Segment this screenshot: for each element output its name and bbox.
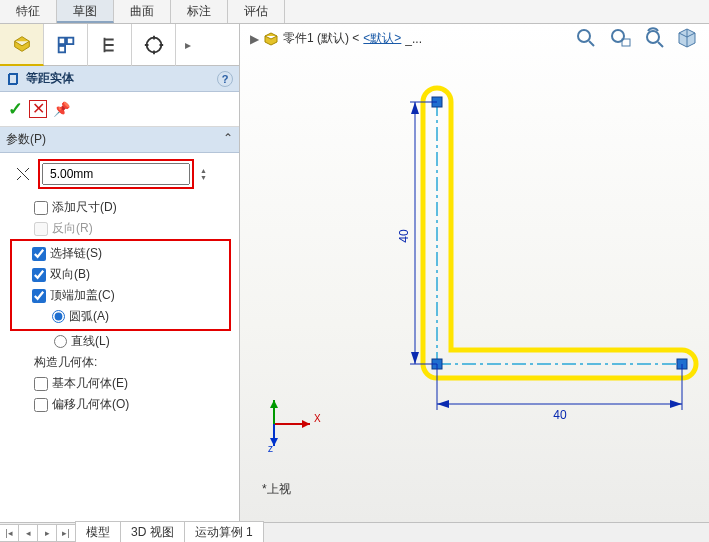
base-geom-row[interactable]: 基本几何体(E): [14, 373, 231, 394]
svg-marker-23: [270, 400, 278, 408]
svg-text:40: 40: [397, 229, 411, 243]
svg-marker-11: [411, 102, 419, 114]
pm-title-text: 等距实体: [26, 70, 74, 87]
bottom-tab-bar: |◂ ◂ ▸ ▸| 模型 3D 视图 运动算例 1: [0, 522, 709, 542]
svg-text:40: 40: [553, 408, 567, 422]
svg-rect-2: [58, 45, 64, 51]
svg-rect-1: [66, 37, 72, 43]
bidir-row[interactable]: 双向(B): [16, 264, 227, 285]
bidir-checkbox[interactable]: [32, 268, 46, 282]
pm-action-row: ✓ ✕ 📌: [0, 92, 239, 127]
svg-text:X: X: [314, 413, 321, 424]
ok-button[interactable]: ✓: [8, 98, 23, 120]
pm-tab-feature-tree[interactable]: [0, 24, 44, 66]
svg-marker-21: [302, 420, 310, 428]
pin-button[interactable]: 📌: [53, 101, 70, 117]
tab-annotate[interactable]: 标注: [171, 0, 228, 23]
highlight-options-group: 选择链(S) 双向(B) 顶端加盖(C) 圆弧(A): [10, 239, 231, 331]
horiz-dimension[interactable]: 40: [437, 364, 682, 422]
svg-marker-17: [437, 400, 449, 408]
svg-marker-18: [670, 400, 682, 408]
tab-nav-last[interactable]: ▸|: [56, 524, 76, 542]
svg-text:z: z: [268, 443, 273, 454]
property-icon: [55, 34, 77, 56]
graphics-area[interactable]: ▶ 零件1 (默认) < <默认> _...: [240, 24, 709, 522]
cap-ends-row[interactable]: 顶端加盖(C): [16, 285, 227, 306]
tab-evaluate[interactable]: 评估: [228, 0, 285, 23]
line-radio[interactable]: [54, 335, 67, 348]
vert-dimension[interactable]: 40: [397, 102, 437, 364]
spinner-icon[interactable]: ▲▼: [200, 167, 207, 181]
tab-surface[interactable]: 曲面: [114, 0, 171, 23]
params-header[interactable]: 参数(P) ⌃: [0, 127, 239, 153]
chevron-right-icon: ▸: [185, 38, 191, 52]
add-dimension-checkbox[interactable]: [34, 201, 48, 215]
bottom-tab-3dview[interactable]: 3D 视图: [120, 521, 185, 542]
add-dimension-label: 添加尺寸(D): [52, 199, 117, 216]
pm-tab-row: ▸: [0, 24, 239, 66]
select-chain-checkbox[interactable]: [32, 247, 46, 261]
offset-geom-label: 偏移几何体(O): [52, 396, 129, 413]
command-manager-tabs: 特征 草图 曲面 标注 评估: [0, 0, 709, 24]
params-header-label: 参数(P): [6, 131, 46, 148]
arc-label: 圆弧(A): [69, 308, 109, 325]
orientation-triad[interactable]: X z: [262, 394, 322, 454]
base-geom-checkbox[interactable]: [34, 377, 48, 391]
add-dimension-row[interactable]: 添加尺寸(D): [14, 197, 231, 218]
arc-row[interactable]: 圆弧(A): [16, 306, 227, 327]
tab-sketch[interactable]: 草图: [57, 0, 114, 23]
arc-radio[interactable]: [52, 310, 65, 323]
bidir-label: 双向(B): [50, 266, 90, 283]
pm-tab-dimxpert[interactable]: [132, 24, 176, 66]
offset-preview: [423, 88, 696, 378]
tab-nav-prev[interactable]: ◂: [18, 524, 38, 542]
target-icon: [143, 34, 165, 56]
highlight-offset-field: [38, 159, 194, 189]
pm-tab-overflow[interactable]: ▸: [176, 24, 200, 66]
offset-distance-icon: [14, 165, 32, 183]
reverse-label: 反向(R): [52, 220, 93, 237]
view-orientation-label: *上视: [262, 481, 291, 498]
bottom-tab-model[interactable]: 模型: [75, 521, 121, 542]
help-button[interactable]: ?: [217, 71, 233, 87]
offset-distance-row: ▲▼: [14, 159, 231, 189]
feature-tree-icon: [11, 33, 33, 55]
offset-entity-icon: [6, 71, 22, 87]
bottom-tab-motion[interactable]: 运动算例 1: [184, 521, 264, 542]
property-manager-panel: ▸ 等距实体 ? ✓ ✕ 📌 参数(P) ⌃ ▲▼: [0, 24, 240, 522]
reverse-row[interactable]: 反向(R): [14, 218, 231, 239]
svg-marker-12: [411, 352, 419, 364]
svg-point-3: [146, 37, 161, 52]
pm-tab-property[interactable]: [44, 24, 88, 66]
select-chain-label: 选择链(S): [50, 245, 102, 262]
offset-distance-input[interactable]: [42, 163, 190, 185]
tab-feature[interactable]: 特征: [0, 0, 57, 23]
reverse-checkbox: [34, 222, 48, 236]
cap-ends-label: 顶端加盖(C): [50, 287, 115, 304]
config-icon: [99, 34, 121, 56]
svg-rect-0: [58, 37, 64, 43]
params-body: ▲▼ 添加尺寸(D) 反向(R) 选择链(S) 双向(B): [0, 153, 239, 421]
cap-ends-checkbox[interactable]: [32, 289, 46, 303]
tab-nav-first[interactable]: |◂: [0, 524, 19, 542]
chevron-up-icon: ⌃: [223, 131, 233, 148]
offset-geom-row[interactable]: 偏移几何体(O): [14, 394, 231, 415]
line-label: 直线(L): [71, 333, 110, 350]
line-row[interactable]: 直线(L): [14, 331, 231, 352]
cancel-button[interactable]: ✕: [29, 100, 47, 118]
pm-title-bar: 等距实体 ?: [0, 66, 239, 92]
bottom-tab-nav: |◂ ◂ ▸ ▸|: [0, 524, 76, 542]
tab-nav-next[interactable]: ▸: [37, 524, 57, 542]
offset-geom-checkbox[interactable]: [34, 398, 48, 412]
base-geom-label: 基本几何体(E): [52, 375, 128, 392]
select-chain-row[interactable]: 选择链(S): [16, 243, 227, 264]
pm-tab-config[interactable]: [88, 24, 132, 66]
construction-header: 构造几何体:: [14, 352, 231, 373]
